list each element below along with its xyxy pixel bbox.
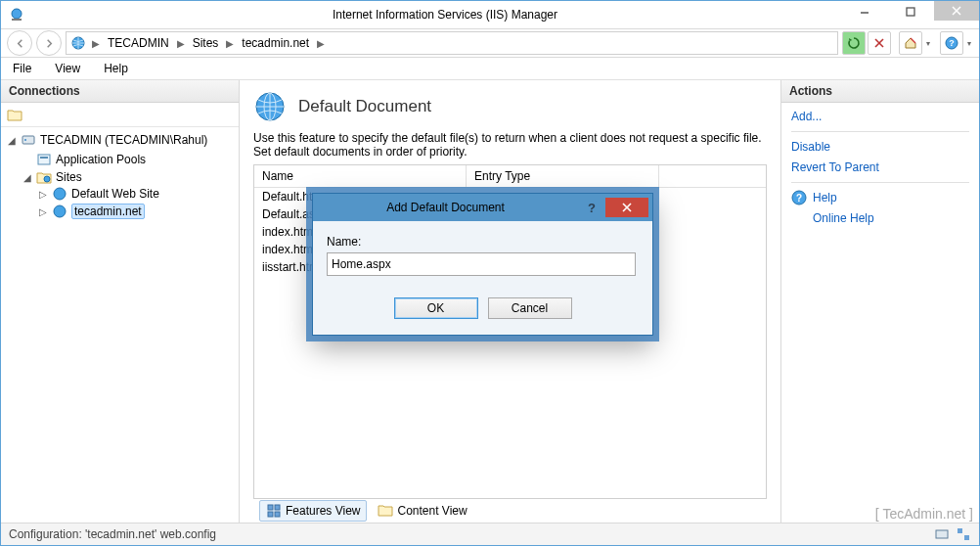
chevron-right-icon: ▶ [175, 38, 187, 49]
dialog-help-button[interactable]: ? [578, 201, 605, 215]
menu-help[interactable]: Help [100, 60, 132, 77]
column-name[interactable]: Name [254, 165, 467, 187]
tree-site-current[interactable]: tecadmin.net [71, 204, 145, 219]
status-icon [956, 526, 971, 542]
breadcrumb-item[interactable]: TECADMIN [106, 36, 171, 50]
menu-view[interactable]: View [51, 60, 84, 77]
tree-expand-icon[interactable]: ▷ [38, 189, 48, 200]
folder-icon[interactable] [5, 105, 24, 124]
list-header: Name Entry Type [254, 165, 766, 188]
status-bar: Configuration: 'tecadmin.net' web.config [1, 523, 979, 545]
watermark: [ TecAdmin.net ] [875, 506, 973, 522]
svg-rect-26 [936, 530, 948, 538]
column-type[interactable]: Entry Type [467, 165, 659, 187]
dialog-ok-button[interactable]: OK [394, 297, 478, 319]
dialog-name-label: Name: [327, 235, 639, 249]
refresh-button[interactable] [842, 31, 866, 55]
globe-icon [52, 204, 67, 219]
content-view-tab[interactable]: Content View [371, 500, 473, 522]
action-add[interactable]: Add... [791, 109, 969, 124]
connections-header: Connections [1, 80, 239, 103]
minimize-button[interactable] [842, 1, 887, 21]
tree-app-pools[interactable]: Application Pools [56, 153, 146, 166]
svg-point-17 [54, 205, 66, 217]
chevron-right-icon: ▶ [224, 38, 236, 49]
window-close-button[interactable] [934, 1, 979, 21]
action-online-help[interactable]: Online Help [791, 210, 969, 226]
svg-point-15 [44, 176, 50, 182]
actions-panel: Actions Add... Disable Revert To Parent … [780, 80, 979, 523]
view-switcher: Features View Content View [253, 499, 767, 523]
home-button[interactable] [899, 31, 922, 55]
dialog-close-button[interactable] [605, 198, 648, 217]
nav-forward-button[interactable] [36, 30, 62, 56]
features-view-icon [266, 503, 282, 519]
svg-rect-28 [964, 535, 969, 540]
sites-folder-icon [36, 169, 52, 185]
svg-rect-1 [12, 19, 22, 21]
tree-sites[interactable]: Sites [56, 170, 82, 184]
features-view-tab[interactable]: Features View [259, 500, 367, 522]
connections-panel: Connections ◢ TECADMIN (TECADMIN\Rahul) [1, 80, 240, 523]
tree-expand-icon[interactable]: ▷ [38, 206, 48, 217]
menu-file[interactable]: File [9, 60, 35, 77]
dialog-titlebar[interactable]: Add Default Document ? [313, 194, 652, 221]
globe-icon [52, 186, 67, 202]
svg-rect-3 [907, 8, 914, 16]
stop-button[interactable] [868, 31, 891, 55]
tree-server-label[interactable]: TECADMIN (TECADMIN\Rahul) [40, 133, 207, 147]
actions-header: Actions [781, 80, 979, 103]
maximize-button[interactable] [887, 1, 934, 23]
action-disable[interactable]: Disable [791, 139, 969, 155]
app-pools-icon [36, 152, 52, 167]
svg-text:?: ? [949, 38, 955, 48]
dropdown-icon[interactable]: ▾ [924, 39, 932, 48]
server-icon [21, 132, 36, 148]
content-view-icon [378, 503, 393, 519]
globe-icon [70, 35, 86, 51]
chevron-right-icon: ▶ [90, 38, 102, 49]
help-button[interactable]: ? [940, 31, 963, 55]
svg-point-0 [12, 9, 22, 19]
tree-site-default[interactable]: Default Web Site [71, 187, 159, 201]
svg-rect-22 [268, 512, 273, 517]
add-default-document-dialog: Add Default Document ? Name: OK Cancel [312, 193, 653, 336]
navigation-bar: ▶ TECADMIN ▶ Sites ▶ tecadmin.net ▶ ▾ ? … [1, 29, 979, 58]
separator [791, 131, 969, 132]
svg-point-12 [24, 139, 26, 141]
window-title: Internet Information Services (IIS) Mana… [48, 8, 842, 22]
svg-rect-27 [958, 528, 962, 533]
connections-tree: ◢ TECADMIN (TECADMIN\Rahul) Application … [1, 127, 239, 226]
feature-globe-icon [253, 90, 287, 123]
help-icon: ? [791, 190, 807, 205]
svg-text:?: ? [796, 193, 802, 204]
svg-rect-20 [268, 505, 273, 510]
dialog-name-input[interactable] [327, 252, 636, 276]
tree-collapse-icon[interactable]: ◢ [22, 172, 32, 183]
window-titlebar: Internet Information Services (IIS) Mana… [1, 1, 979, 29]
page-title: Default Document [298, 97, 431, 116]
svg-rect-14 [40, 157, 48, 159]
svg-point-16 [54, 188, 66, 200]
page-description: Use this feature to specify the default … [253, 131, 762, 159]
dialog-title: Add Default Document [313, 201, 578, 214]
svg-rect-21 [275, 505, 280, 510]
svg-rect-23 [275, 512, 280, 517]
tree-collapse-icon[interactable]: ◢ [7, 135, 17, 146]
breadcrumb[interactable]: ▶ TECADMIN ▶ Sites ▶ tecadmin.net ▶ [66, 31, 838, 55]
breadcrumb-item[interactable]: tecadmin.net [240, 36, 311, 50]
connections-toolbar [1, 103, 239, 127]
chevron-right-icon: ▶ [315, 38, 327, 49]
svg-rect-11 [22, 136, 34, 144]
breadcrumb-item[interactable]: Sites [191, 36, 221, 50]
dialog-cancel-button[interactable]: Cancel [488, 297, 572, 319]
action-revert[interactable]: Revert To Parent [791, 159, 969, 175]
status-config-text: Configuration: 'tecadmin.net' web.config [9, 527, 216, 541]
dropdown-icon[interactable]: ▾ [965, 39, 973, 48]
app-icon [9, 7, 24, 23]
separator [791, 182, 969, 183]
status-icon [934, 526, 950, 542]
action-help[interactable]: Help [813, 190, 837, 205]
nav-back-button[interactable] [7, 30, 32, 56]
svg-rect-13 [38, 155, 50, 164]
